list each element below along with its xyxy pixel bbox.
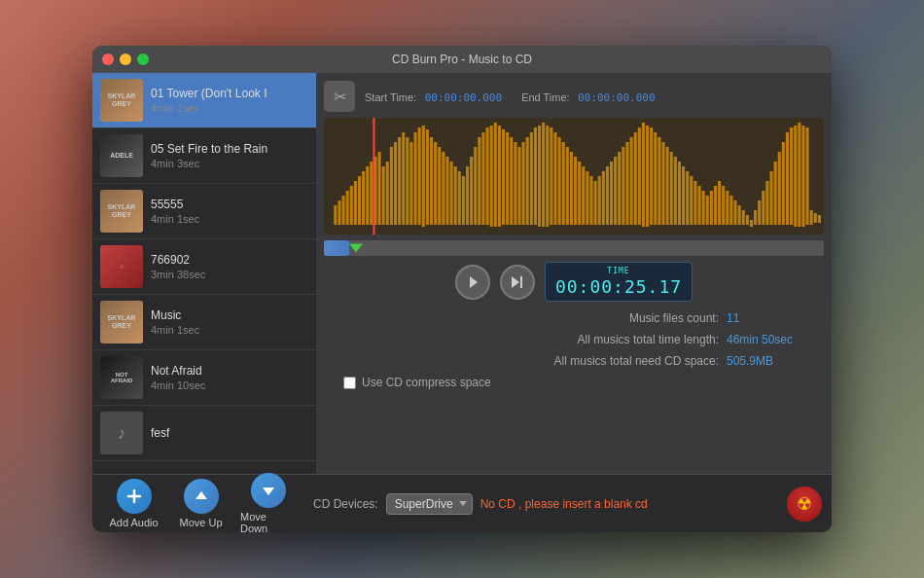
track-info: 766902 3min 38sec: [151, 253, 308, 280]
track-item[interactable]: SKYLARGREY 01 Tower (Don't Look I 4min 1…: [92, 73, 316, 128]
svg-rect-47: [517, 147, 520, 225]
burn-button[interactable]: ☢: [787, 487, 822, 522]
svg-rect-106: [754, 210, 757, 225]
svg-rect-67: [598, 176, 601, 225]
track-thumbnail: ♫: [100, 245, 143, 288]
track-name: 05 Set Fire to the Rain: [151, 142, 308, 156]
svg-rect-61: [574, 157, 577, 225]
svg-rect-35: [470, 157, 473, 225]
track-item[interactable]: ♪ fesf: [92, 406, 316, 461]
svg-rect-7: [358, 176, 361, 225]
track-name: 01 Tower (Don't Look I: [151, 87, 308, 100]
track-info: 01 Tower (Don't Look I 4min 1sec: [151, 87, 308, 114]
svg-rect-120: [810, 210, 813, 225]
svg-rect-81: [654, 132, 657, 225]
svg-rect-39: [486, 127, 489, 225]
move-down-button[interactable]: Move Down: [236, 469, 300, 532]
svg-rect-78: [642, 123, 645, 227]
svg-rect-99: [726, 191, 729, 225]
add-audio-button[interactable]: Add Audio: [102, 475, 165, 532]
add-audio-icon: [117, 479, 152, 514]
svg-rect-98: [722, 186, 725, 225]
svg-rect-31: [454, 166, 457, 225]
burn-icon: ☢: [797, 493, 812, 515]
compress-checkbox[interactable]: [343, 377, 356, 389]
maximize-button[interactable]: [137, 54, 149, 65]
track-info: 05 Set Fire to the Rain 4min 3sec: [151, 142, 308, 169]
total-space-label: All musics total need CD space:: [324, 354, 727, 368]
svg-rect-44: [506, 132, 509, 225]
svg-rect-22: [418, 127, 421, 225]
svg-rect-56: [553, 132, 556, 225]
time-label: TIME: [555, 267, 682, 275]
svg-rect-51: [534, 127, 537, 225]
svg-rect-3: [342, 196, 345, 225]
svg-rect-101: [733, 200, 736, 225]
svg-rect-74: [625, 142, 628, 225]
track-duration: 4min 1sec: [151, 324, 308, 336]
waveform-svg: [324, 118, 824, 235]
close-button[interactable]: [102, 54, 114, 65]
svg-rect-36: [474, 147, 477, 225]
svg-rect-13: [382, 166, 385, 225]
svg-rect-58: [562, 142, 565, 225]
svg-rect-91: [693, 181, 696, 225]
next-button[interactable]: [500, 265, 535, 300]
svg-rect-76: [634, 132, 637, 225]
svg-rect-118: [801, 126, 804, 227]
svg-rect-111: [774, 162, 777, 225]
track-info: Not Afraid 4min 10sec: [151, 364, 308, 391]
svg-rect-30: [450, 162, 453, 225]
svg-rect-102: [738, 205, 741, 225]
svg-rect-107: [758, 200, 761, 225]
svg-rect-122: [818, 215, 821, 223]
svg-rect-75: [630, 137, 633, 225]
track-duration: 4min 3sec: [151, 158, 308, 169]
svg-rect-14: [386, 162, 389, 225]
svg-rect-42: [498, 126, 501, 227]
waveform-display[interactable]: [324, 118, 824, 235]
move-up-button[interactable]: Move Up: [169, 475, 232, 532]
main-window: CD Burn Pro - Music to CD SKYLARGREY 01 …: [92, 46, 832, 532]
end-time-value: 00:00:00.000: [578, 91, 655, 104]
track-item[interactable]: ♫ 766902 3min 38sec: [92, 239, 316, 295]
files-count-row: Music files count: 11: [324, 311, 824, 325]
move-up-label: Move Up: [179, 517, 222, 528]
track-item[interactable]: ADELE 05 Set Fire to the Rain 4min 3sec: [92, 128, 316, 184]
bottom-toolbar: Add Audio Move Up Move Down CD Devices: …: [92, 474, 832, 532]
end-time-label: End Time:: [521, 91, 570, 103]
play-button[interactable]: [455, 265, 490, 300]
total-space-row: All musics total need CD space: 505.9MB: [324, 354, 824, 368]
cd-device-select[interactable]: SuperDrive: [386, 493, 473, 515]
svg-rect-80: [650, 127, 653, 225]
svg-rect-105: [750, 220, 753, 227]
svg-rect-28: [442, 152, 444, 225]
svg-marker-124: [470, 276, 478, 288]
svg-rect-119: [805, 127, 808, 225]
svg-rect-85: [670, 152, 673, 225]
svg-rect-108: [762, 191, 764, 225]
svg-rect-104: [746, 215, 749, 225]
svg-rect-115: [790, 127, 793, 225]
svg-rect-100: [729, 196, 732, 225]
svg-rect-26: [434, 142, 437, 225]
total-time-label: All musics total time length:: [324, 333, 727, 346]
add-audio-label: Add Audio: [109, 517, 158, 528]
track-name: 55555: [151, 198, 308, 211]
track-item[interactable]: SKYLARGREY Music 4min 1sec: [92, 295, 316, 350]
main-content: SKYLARGREY 01 Tower (Don't Look I 4min 1…: [92, 73, 832, 474]
scissors-button[interactable]: ✂: [324, 81, 355, 112]
svg-rect-19: [406, 137, 409, 225]
svg-rect-97: [718, 181, 721, 225]
svg-rect-83: [661, 142, 664, 225]
svg-rect-9: [366, 166, 369, 225]
svg-marker-125: [512, 276, 519, 288]
track-item[interactable]: NOTAFRAID Not Afraid 4min 10sec: [92, 350, 316, 406]
svg-rect-15: [390, 147, 393, 225]
svg-rect-17: [398, 137, 401, 225]
svg-rect-1: [334, 205, 337, 225]
progress-bar[interactable]: [324, 240, 824, 256]
track-item[interactable]: SKYLARGREY 55555 4min 1sec: [92, 184, 316, 239]
svg-rect-70: [610, 162, 613, 225]
minimize-button[interactable]: [120, 54, 131, 65]
